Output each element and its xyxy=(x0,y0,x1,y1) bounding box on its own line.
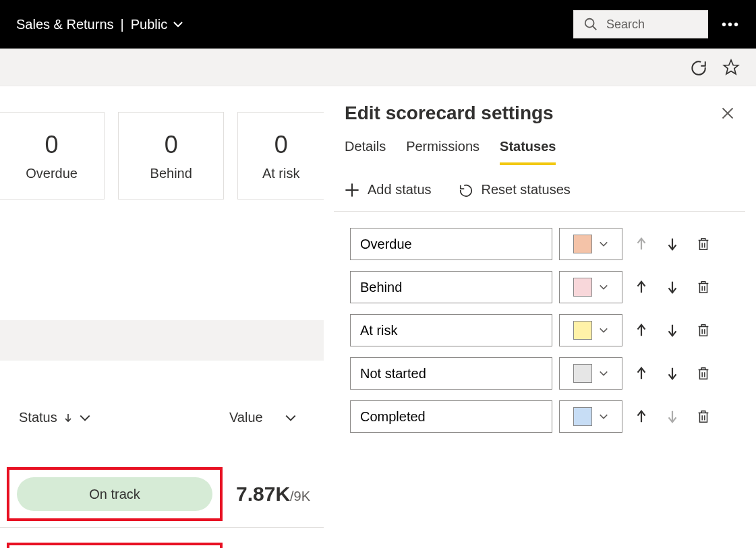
card-label: Overdue xyxy=(26,166,78,181)
card-label: Behind xyxy=(150,166,192,181)
card-at-risk[interactable]: 0 At risk xyxy=(237,112,324,200)
scope-label: Public xyxy=(131,17,167,32)
panel-header: Edit scorecard settings xyxy=(334,92,745,124)
trash-icon xyxy=(696,237,711,251)
search-icon xyxy=(583,17,598,32)
status-row xyxy=(350,314,734,346)
arrow-down-icon xyxy=(665,280,680,295)
move-down-button[interactable] xyxy=(660,361,685,386)
move-up-button[interactable] xyxy=(629,404,653,429)
status-row xyxy=(350,400,734,433)
toolbar xyxy=(0,49,756,86)
add-status-button[interactable]: Add status xyxy=(345,182,432,197)
breadcrumb-separator: | xyxy=(121,17,124,32)
refresh-button[interactable] xyxy=(690,59,707,76)
status-highlight: On track xyxy=(7,543,223,548)
action-label: Reset statuses xyxy=(482,182,571,197)
value-target: /9K xyxy=(290,489,310,504)
table-header: Status Value xyxy=(0,410,324,425)
status-name-input[interactable] xyxy=(350,400,552,433)
plus-icon xyxy=(345,183,359,197)
delete-button[interactable] xyxy=(691,318,716,342)
close-icon xyxy=(721,106,734,120)
status-pill[interactable]: On track xyxy=(17,477,212,511)
column-label: Value xyxy=(229,410,263,425)
tab-statuses[interactable]: Statuses xyxy=(500,139,556,165)
card-overdue[interactable]: 0 Overdue xyxy=(0,112,105,200)
row-separator xyxy=(0,527,324,528)
more-menu[interactable]: ••• xyxy=(722,17,740,32)
color-swatch xyxy=(573,235,592,253)
color-picker[interactable] xyxy=(559,228,622,260)
column-header-status[interactable]: Status xyxy=(19,410,91,425)
card-value: 0 xyxy=(45,131,59,159)
move-up-button[interactable] xyxy=(629,361,653,386)
status-row xyxy=(350,271,734,303)
arrow-down-icon xyxy=(665,366,680,381)
move-up-button xyxy=(629,232,653,256)
move-up-button[interactable] xyxy=(629,318,653,342)
status-name-input[interactable] xyxy=(350,271,552,303)
refresh-icon xyxy=(690,59,707,76)
arrow-down-icon xyxy=(665,323,680,338)
arrow-up-icon xyxy=(634,323,649,338)
trash-icon xyxy=(696,366,711,381)
column-label: Status xyxy=(19,410,57,425)
reset-icon xyxy=(459,183,473,197)
chevron-down-icon xyxy=(599,326,608,335)
panel-actions: Add status Reset statuses xyxy=(334,166,745,212)
chevron-down-icon xyxy=(285,412,297,424)
arrow-up-icon xyxy=(634,280,649,295)
move-down-button[interactable] xyxy=(660,318,685,342)
tab-details[interactable]: Details xyxy=(345,139,386,165)
delete-button[interactable] xyxy=(691,404,716,429)
breadcrumb: Sales & Returns | Public xyxy=(16,17,183,32)
arrow-down-icon xyxy=(665,409,680,424)
color-picker[interactable] xyxy=(559,357,622,390)
search-input[interactable]: Search xyxy=(573,10,708,38)
chevron-down-icon xyxy=(599,369,608,378)
reset-statuses-button[interactable]: Reset statuses xyxy=(459,182,571,197)
table-row[interactable]: On track 1.25 /2 xyxy=(0,536,324,548)
color-swatch xyxy=(573,321,592,340)
status-highlight: On track xyxy=(7,467,223,521)
status-name-input[interactable] xyxy=(350,314,552,346)
move-down-button[interactable] xyxy=(660,275,685,299)
color-picker[interactable] xyxy=(559,314,622,346)
card-label: At risk xyxy=(262,166,300,181)
status-name-input[interactable] xyxy=(350,228,552,260)
chevron-down-icon xyxy=(173,19,183,30)
value-main: 7.87K xyxy=(236,483,290,506)
panel-title: Edit scorecard settings xyxy=(345,102,554,124)
move-up-button[interactable] xyxy=(629,275,653,299)
color-swatch xyxy=(573,278,592,297)
scope-dropdown[interactable]: Public xyxy=(131,17,183,32)
table-body: On track 7.87K /9K On track 1.25 /2 xyxy=(0,460,324,548)
chevron-down-icon xyxy=(599,412,608,421)
app-title: Sales & Returns xyxy=(16,17,114,32)
status-row xyxy=(350,357,734,390)
settings-panel: Edit scorecard settings Details Permissi… xyxy=(334,92,745,444)
move-down-button xyxy=(660,404,685,429)
svg-point-0 xyxy=(585,19,594,28)
status-name-input[interactable] xyxy=(350,357,552,390)
column-header-value[interactable]: Value xyxy=(229,410,297,425)
delete-button[interactable] xyxy=(691,232,716,256)
tab-permissions[interactable]: Permissions xyxy=(406,139,479,165)
table-row[interactable]: On track 7.87K /9K xyxy=(0,460,324,528)
color-picker[interactable] xyxy=(559,400,622,433)
favorite-button[interactable] xyxy=(722,59,740,76)
delete-button[interactable] xyxy=(691,275,716,299)
delete-button[interactable] xyxy=(691,361,716,386)
value-cell: 7.87K /9K xyxy=(236,483,310,506)
summary-cards: 0 Overdue 0 Behind 0 At risk xyxy=(0,86,324,200)
color-picker[interactable] xyxy=(559,271,622,303)
status-text: On track xyxy=(89,487,140,502)
close-button[interactable] xyxy=(721,106,734,120)
trash-icon xyxy=(696,323,711,338)
color-swatch xyxy=(573,407,592,426)
svg-line-1 xyxy=(593,26,597,30)
card-behind[interactable]: 0 Behind xyxy=(118,112,224,200)
move-down-button[interactable] xyxy=(660,232,685,256)
arrow-up-icon xyxy=(634,237,649,251)
